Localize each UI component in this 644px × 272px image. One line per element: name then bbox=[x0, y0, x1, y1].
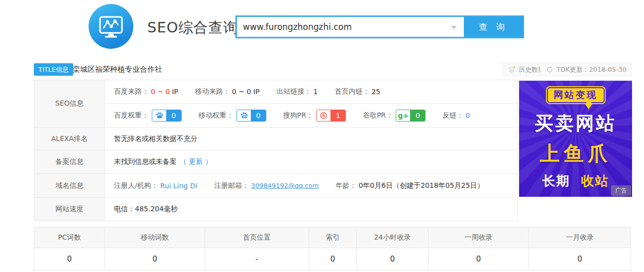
table-row-speed: 网站速度 电信：485.204毫秒 bbox=[34, 198, 517, 221]
stats-header-row: PC词数 移动词数 首页位置 索引 24小时收录 一周收录 一月收录 bbox=[34, 227, 631, 248]
ad-subheadline: 上鱼爪 bbox=[519, 140, 632, 167]
domain-age-stat: 年龄： 0年0月6日（创建于2018年05月25日） bbox=[335, 181, 484, 190]
sogou-pr-badge[interactable]: S 1 bbox=[316, 110, 346, 122]
outbound-links-stat: 出站链接： 1 bbox=[277, 87, 318, 96]
baidu-weight-badge[interactable]: 0 bbox=[152, 110, 182, 122]
row-label-icp: 备案信息 bbox=[34, 150, 105, 173]
chevron-down-icon[interactable] bbox=[451, 26, 457, 29]
domain-age-value: 0年0月6日（创建于2018年05月25日） bbox=[358, 181, 484, 190]
reg-email-stat: 注册邮箱： 309849192@qq.com bbox=[215, 181, 319, 190]
layers-icon bbox=[508, 65, 516, 74]
col-header-mobile-words: 移动词数 bbox=[105, 227, 205, 248]
col-header-month: 一月收录 bbox=[529, 227, 631, 248]
homepage-inlinks-stat: 首页内链： 25 bbox=[334, 87, 380, 96]
speed-value: 电信：485.204毫秒 bbox=[114, 205, 178, 214]
icp-update-link[interactable]: （ 更新 ） bbox=[180, 157, 212, 166]
col-header-week: 一周收录 bbox=[429, 227, 529, 248]
value-pc-words: 0 bbox=[34, 248, 105, 270]
row-label-speed: 网站速度 bbox=[34, 198, 105, 221]
app-logo bbox=[89, 4, 133, 49]
mobile-weight-stat: 移动权重： M 0 bbox=[199, 110, 266, 122]
google-plus-icon: g+ bbox=[396, 110, 410, 121]
row-label-alexa: ALEXA排名 bbox=[34, 128, 105, 150]
table-row-alexa: ALEXA排名 暂无排名或相关数据不充分 bbox=[34, 128, 517, 150]
seo-weight-row: 百度权重： 0 bbox=[105, 104, 517, 127]
registrant-name: Rui Ling Di bbox=[160, 182, 198, 190]
site-title: 栾城区福荣种植专业合作社 bbox=[73, 63, 162, 76]
value-month: 0 bbox=[529, 248, 631, 270]
value-mobile-words: 0 bbox=[105, 248, 205, 270]
seo-traffic-row: 百度来路： 0 ~ 0 IP 移动来路： 0 ~ 0 IP 出站链接： 1 首页… bbox=[105, 80, 517, 104]
sogou-s-icon: S bbox=[317, 110, 330, 121]
row-label-domain: 域名信息 bbox=[34, 174, 105, 197]
value-24h: 0 bbox=[357, 248, 429, 270]
refresh-icon bbox=[546, 66, 553, 73]
table-row-icp: 备案信息 未找到信息或未备案 （ 更新 ） bbox=[34, 150, 517, 174]
sogou-pr-stat: 搜狗PR： S 1 bbox=[283, 110, 346, 122]
index-stats-table: PC词数 移动词数 首页位置 索引 24小时收录 一周收录 一月收录 0 0 -… bbox=[34, 227, 631, 271]
baidu-paw-m-icon: M bbox=[237, 110, 251, 121]
title-info-badge: TITLE信息 bbox=[34, 63, 73, 76]
value-home-position: - bbox=[205, 248, 309, 270]
svg-text:M: M bbox=[243, 115, 245, 118]
alexa-value: 暂无排名或相关数据不充分 bbox=[114, 135, 198, 143]
baidu-paw-icon bbox=[152, 110, 166, 121]
reg-email-link[interactable]: 309849192@qq.com bbox=[251, 182, 319, 189]
ad-banner[interactable]: 网站变现 买卖网站 上鱼爪 长期收站 广告 bbox=[519, 81, 632, 197]
google-pr-stat: 谷歌PR： g+ 0 bbox=[363, 110, 426, 122]
svg-text:S: S bbox=[322, 113, 325, 118]
seo-info-table: SEO信息 百度来路： 0 ~ 0 IP 移动来路： 0 ~ 0 IP 出站链接… bbox=[34, 80, 518, 221]
col-header-pc-words: PC词数 bbox=[34, 227, 105, 248]
baidu-traffic-stat: 百度来路： 0 ~ 0 IP bbox=[114, 87, 178, 96]
icp-value: 未找到信息或未备案 bbox=[114, 157, 177, 166]
registrant-stat: 注册人/机构： Rui Ling Di bbox=[114, 181, 198, 190]
tdk-update-label: TDK更新 : 2018-05-30 bbox=[556, 65, 627, 74]
ad-label-tag: 广告 bbox=[611, 185, 631, 196]
google-pr-badge[interactable]: g+ 0 bbox=[396, 110, 426, 122]
col-header-24h: 24小时收录 bbox=[357, 227, 429, 248]
monitor-line-chart-icon bbox=[89, 41, 133, 51]
stats-value-row: 0 0 - 0 0 0 0 bbox=[34, 248, 631, 270]
row-label-seo: SEO信息 bbox=[34, 80, 105, 127]
col-header-index: 索引 bbox=[309, 227, 357, 248]
mobile-traffic-stat: 移动来路： 0 ~ 0 IP bbox=[195, 87, 259, 96]
ad-headline: 买卖网站 bbox=[519, 111, 632, 136]
search-bar: 查 询 bbox=[235, 15, 524, 38]
baidu-weight-stat: 百度权重： 0 bbox=[114, 110, 182, 122]
backlinks-stat: 反链： 0 bbox=[442, 111, 470, 120]
value-week: 0 bbox=[429, 248, 529, 270]
query-button[interactable]: 查 询 bbox=[464, 17, 523, 37]
value-index: 0 bbox=[309, 248, 357, 270]
mobile-weight-badge[interactable]: M 0 bbox=[236, 110, 266, 122]
table-row-seo: SEO信息 百度来路： 0 ~ 0 IP 移动来路： 0 ~ 0 IP 出站链接… bbox=[34, 80, 517, 128]
url-search-input[interactable] bbox=[237, 17, 464, 37]
page-title: SEO综合查询 bbox=[147, 18, 238, 38]
tdk-update-button[interactable]: TDK更新 : 2018-05-30 bbox=[540, 63, 632, 76]
ad-bubble-text: 网站变现 bbox=[547, 87, 605, 103]
col-header-home-position: 首页位置 bbox=[205, 227, 309, 248]
table-row-domain: 域名信息 注册人/机构： Rui Ling Di 注册邮箱： 309849192… bbox=[34, 174, 517, 198]
